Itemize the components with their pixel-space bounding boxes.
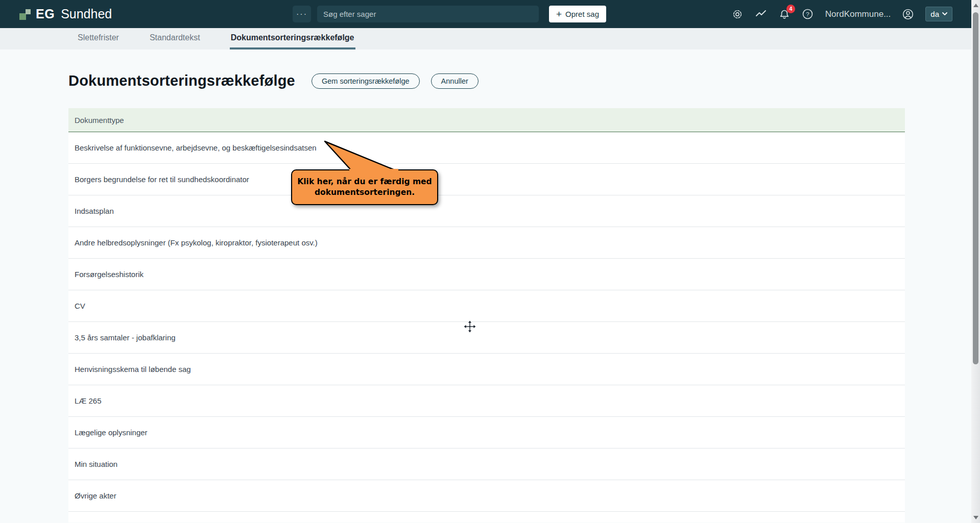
document-type-label: Indsatsplan bbox=[75, 207, 114, 215]
table-row[interactable]: 3,5 års samtaler - jobafklaring bbox=[68, 322, 905, 354]
table-row[interactable]: Andre helbredsoplysninger (Fx psykolog, … bbox=[68, 227, 905, 259]
table-row[interactable]: Henvisningsskema til løbende sag bbox=[68, 354, 905, 385]
document-type-label: 3,5 års samtaler - jobafklaring bbox=[75, 333, 176, 342]
document-type-label: CV bbox=[75, 302, 85, 310]
brand-name-product: Sundhed bbox=[61, 7, 112, 21]
table-row-partial[interactable] bbox=[68, 512, 905, 522]
notification-badge: 4 bbox=[786, 5, 795, 13]
scrollbar-down-arrow[interactable] bbox=[971, 513, 980, 522]
table-row[interactable]: CV bbox=[68, 290, 905, 322]
document-type-table: Dokumenttype Beskrivelse af funktionsevn… bbox=[68, 108, 905, 522]
callout-text-line1: Klik her, når du er færdig med bbox=[297, 177, 432, 187]
document-type-label: Øvrige akter bbox=[75, 491, 116, 500]
table-row[interactable]: LÆ 265 bbox=[68, 385, 905, 417]
document-type-label: Andre helbredsoplysninger (Fx psykolog, … bbox=[75, 238, 318, 247]
move-cursor-icon bbox=[463, 319, 477, 334]
create-case-button[interactable]: + Opret sag bbox=[549, 6, 606, 22]
cancel-button[interactable]: Annuller bbox=[431, 73, 479, 89]
more-options-button[interactable]: ··· bbox=[293, 6, 311, 22]
plus-icon: + bbox=[556, 9, 562, 19]
main-content: Dokumentsorteringsrækkefølge Gem sorteri… bbox=[0, 49, 980, 523]
table-row[interactable]: Øvrige akter bbox=[68, 480, 905, 512]
table-row[interactable]: Beskrivelse af funktionsevne, arbejdsevn… bbox=[68, 132, 905, 164]
scrollbar-thumb[interactable] bbox=[973, 12, 978, 364]
chevron-down-icon bbox=[942, 12, 947, 16]
tutorial-callout: Klik her, når du er færdig med dokuments… bbox=[291, 169, 438, 205]
create-case-label: Opret sag bbox=[565, 10, 599, 18]
tab-slettefrister[interactable]: Slettefrister bbox=[77, 28, 120, 49]
document-type-label: Borgers begrundelse for ret til sundheds… bbox=[75, 175, 249, 184]
table-row[interactable]: Min situation bbox=[68, 449, 905, 480]
activity-trend-icon[interactable] bbox=[755, 8, 767, 20]
tab-dokumentsorteringsraekkefoelge[interactable]: Dokumentsorteringsrækkefølge bbox=[230, 28, 355, 49]
language-code: da bbox=[930, 10, 939, 18]
account-person-icon[interactable] bbox=[902, 8, 914, 20]
settings-gear-icon[interactable] bbox=[731, 8, 744, 20]
table-row[interactable]: Forsørgelseshistorik bbox=[68, 259, 905, 290]
callout-text-line2: dokumentsorteringen. bbox=[315, 187, 415, 198]
app-logo[interactable]: EG Sundhed bbox=[19, 7, 152, 21]
eg-logo-icon bbox=[19, 9, 31, 20]
document-table-body: Beskrivelse af funktionsevne, arbejdsevn… bbox=[68, 132, 905, 522]
column-header-dokumenttype: Dokumenttype bbox=[75, 116, 124, 124]
document-type-label: Min situation bbox=[75, 460, 117, 468]
table-row[interactable]: Lægelige oplysninger bbox=[68, 417, 905, 449]
brand-name-bold: EG bbox=[36, 7, 55, 21]
tab-standardtekst[interactable]: Standardtekst bbox=[149, 28, 201, 49]
document-type-label: Lægelige oplysninger bbox=[75, 428, 148, 437]
question-glyph: ? bbox=[806, 11, 809, 17]
document-type-label: Henvisningsskema til løbende sag bbox=[75, 365, 191, 373]
document-type-label: Forsørgelseshistorik bbox=[75, 270, 144, 279]
scrollbar-up-arrow[interactable] bbox=[971, 1, 980, 10]
page-title: Dokumentsorteringsrækkefølge bbox=[68, 72, 295, 89]
table-header-row: Dokumenttype bbox=[68, 108, 905, 132]
search-input[interactable] bbox=[317, 6, 539, 22]
tenant-name[interactable]: NordKommune... bbox=[825, 9, 891, 19]
help-icon[interactable]: ? bbox=[802, 8, 814, 20]
app-header: EG Sundhed ··· + Opret sag 4 ? NordKommu… bbox=[0, 0, 980, 28]
vertical-scrollbar[interactable] bbox=[971, 0, 980, 523]
document-type-label: Beskrivelse af funktionsevne, arbejdsevn… bbox=[75, 143, 317, 152]
language-selector[interactable]: da bbox=[925, 7, 952, 21]
save-sort-order-button[interactable]: Gem sorteringsrækkefølge bbox=[312, 73, 420, 89]
settings-tab-bar: Slettefrister Standardtekst Dokumentsort… bbox=[0, 28, 980, 49]
notifications-bell-icon[interactable]: 4 bbox=[778, 8, 791, 20]
table-row[interactable]: Borgers begrundelse for ret til sundheds… bbox=[68, 164, 905, 195]
table-row[interactable]: Indsatsplan bbox=[68, 195, 905, 227]
document-type-label: LÆ 265 bbox=[75, 396, 102, 405]
